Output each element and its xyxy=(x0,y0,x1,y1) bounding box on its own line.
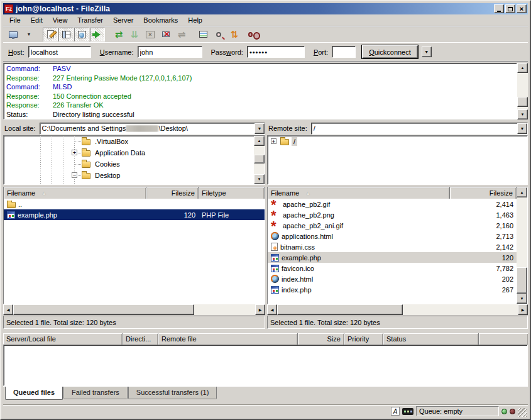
file-row[interactable]: index.php 267 xyxy=(268,284,517,295)
scroll-up-icon[interactable]: ▲ xyxy=(517,63,528,73)
maximize-button[interactable] xyxy=(505,4,515,13)
column-header-filename[interactable]: Filename▲ xyxy=(4,187,146,199)
file-row[interactable]: apache_pb2_ani.gif 2,160 xyxy=(268,220,517,231)
log-line: Status: Directory listing successful xyxy=(4,110,517,119)
column-header-priority[interactable]: Priority xyxy=(344,333,383,345)
separator-button[interactable] xyxy=(37,28,42,41)
synchronized-browsing-button[interactable]: ⇅ xyxy=(227,28,242,41)
scroll-up-icon[interactable]: ▲ xyxy=(254,136,265,146)
site-manager-button[interactable] xyxy=(6,28,21,41)
separator-button[interactable] xyxy=(190,28,195,41)
scroll-down-icon[interactable]: ▼ xyxy=(254,174,265,184)
scroll-down-icon[interactable]: ▼ xyxy=(517,109,528,119)
process-queue-button[interactable]: ⇊ xyxy=(127,28,142,41)
file-row[interactable]: .. xyxy=(4,199,265,209)
local-site-combo[interactable]: C:\Documents and Settings\Desktop\ ▼ xyxy=(40,123,265,135)
scroll-thumb[interactable] xyxy=(517,97,528,107)
reconnect-button[interactable]: ⇌ xyxy=(174,28,189,41)
column-header-filesize[interactable]: Filesize xyxy=(146,187,199,199)
file-row[interactable]: applications.html 2,713 xyxy=(268,231,517,241)
php-icon xyxy=(7,211,15,219)
tree-expander[interactable]: − xyxy=(72,172,77,178)
local-site-dropdown-button[interactable]: ▼ xyxy=(255,123,265,134)
refresh-button[interactable]: ⇄ xyxy=(111,28,126,41)
column-header-filename[interactable]: Filename▲ xyxy=(268,187,450,199)
toggle-message-log-button[interactable] xyxy=(43,28,58,41)
close-button[interactable]: × xyxy=(517,4,527,13)
resize-grip[interactable] xyxy=(518,408,527,417)
local-horizontal-scrollbar[interactable]: ◀ ▶ xyxy=(3,304,265,315)
scroll-right-icon[interactable]: ▶ xyxy=(518,304,528,315)
speed-limit-icon[interactable] xyxy=(402,408,413,415)
quickconnect-dropdown-button[interactable]: ▼ xyxy=(422,47,432,57)
tree-item[interactable]: + / xyxy=(268,136,527,147)
tree-expander[interactable]: + xyxy=(271,138,276,144)
toggle-local-tree-button[interactable] xyxy=(58,28,74,41)
minimize-button[interactable] xyxy=(494,4,504,13)
column-header-server-local-file[interactable]: Server/Local file xyxy=(3,333,123,345)
port-input[interactable] xyxy=(332,46,356,58)
scroll-thumb[interactable] xyxy=(13,304,194,315)
scroll-thumb[interactable] xyxy=(277,304,403,315)
css-icon xyxy=(271,243,278,251)
directory-comparison-button[interactable] xyxy=(211,28,226,41)
transfer-mode-ascii-icon[interactable]: A xyxy=(391,407,400,416)
directory-listing-filters-button[interactable] xyxy=(195,28,211,41)
file-row[interactable]: bitnami.css 2,142 xyxy=(268,241,517,252)
toggle-remote-tree-button[interactable] xyxy=(74,28,89,41)
separator-button[interactable] xyxy=(106,28,111,41)
column-header-size[interactable]: Size xyxy=(298,333,344,345)
menu-item[interactable]: File xyxy=(4,15,26,25)
scroll-thumb[interactable] xyxy=(517,267,527,294)
scroll-left-icon[interactable]: ◀ xyxy=(3,304,13,315)
menu-item[interactable]: Help xyxy=(183,15,207,25)
file-row[interactable]: apache_pb2.png 1,463 xyxy=(268,209,517,220)
disconnect-button[interactable] xyxy=(158,28,173,41)
menu-item[interactable]: Edit xyxy=(26,15,48,25)
scroll-right-icon[interactable]: ▶ xyxy=(255,304,265,315)
log-scrollbar[interactable]: ▲ ▼ xyxy=(517,63,528,119)
column-header-remote-file[interactable]: Remote file xyxy=(158,333,298,345)
tree-item[interactable]: Cookies xyxy=(4,158,254,170)
column-header-filetype[interactable]: Filetype xyxy=(199,187,265,199)
remote-site-combo[interactable]: / ▼ xyxy=(311,123,528,135)
chevron-down-icon: ▼ xyxy=(258,126,262,131)
tree-expander[interactable]: + xyxy=(72,150,77,155)
column-header-direction[interactable]: Directi... xyxy=(123,333,158,345)
menu-item[interactable]: Bookmarks xyxy=(138,15,183,25)
remote-list-scrollbar[interactable]: ▲ ▼ xyxy=(517,187,527,304)
tree-item[interactable]: + Application Data xyxy=(4,147,254,158)
menu-item[interactable]: View xyxy=(48,15,73,25)
quickconnect-button[interactable]: Quickconnect xyxy=(362,45,418,58)
scroll-down-icon[interactable]: ▼ xyxy=(517,294,527,304)
scroll-up-icon[interactable]: ▲ xyxy=(517,187,527,197)
remote-horizontal-scrollbar[interactable]: ◀ ▶ xyxy=(267,304,528,315)
toggle-transfer-queue-button[interactable] xyxy=(90,28,105,41)
queue-tab[interactable]: Successful transfers (1) xyxy=(128,387,217,399)
queue-tab[interactable]: Queued files xyxy=(5,387,63,400)
remote-site-dropdown-button[interactable]: ▼ xyxy=(517,123,527,134)
remote-list-header: Filename▲ Filesize xyxy=(268,187,517,199)
column-header-filesize[interactable]: Filesize xyxy=(450,187,517,199)
tree-item[interactable]: .VirtualBox xyxy=(4,136,254,147)
file-row[interactable]: apache_pb2.gif 2,414 xyxy=(268,199,517,209)
find-files-button[interactable] xyxy=(243,28,258,41)
title-bar[interactable]: Fz john@localhost - FileZilla × xyxy=(3,3,528,14)
file-row[interactable]: example.php 120 PHP File 1 xyxy=(4,209,265,220)
host-input[interactable] xyxy=(28,46,91,58)
username-input[interactable] xyxy=(138,46,202,58)
scroll-left-icon[interactable]: ◀ xyxy=(267,304,277,315)
file-row[interactable]: example.php 120 xyxy=(268,252,517,263)
tree-item[interactable]: − Desktop xyxy=(4,170,254,181)
column-header-status[interactable]: Status xyxy=(383,333,479,345)
menu-item[interactable]: Server xyxy=(108,15,138,25)
password-input[interactable] xyxy=(247,46,305,58)
file-row[interactable]: index.html 202 xyxy=(268,274,517,284)
local-tree-scrollbar[interactable]: ▲ ▼ xyxy=(254,136,265,184)
queue-tab[interactable]: Failed transfers xyxy=(63,387,128,399)
site-manager-dropdown-button[interactable]: ▼ xyxy=(21,28,36,41)
cancel-operation-button[interactable]: × xyxy=(143,28,158,41)
menu-item[interactable]: Transfer xyxy=(72,15,108,25)
scroll-thumb[interactable] xyxy=(254,155,265,163)
file-row[interactable]: favicon.ico 7,782 xyxy=(268,263,517,274)
